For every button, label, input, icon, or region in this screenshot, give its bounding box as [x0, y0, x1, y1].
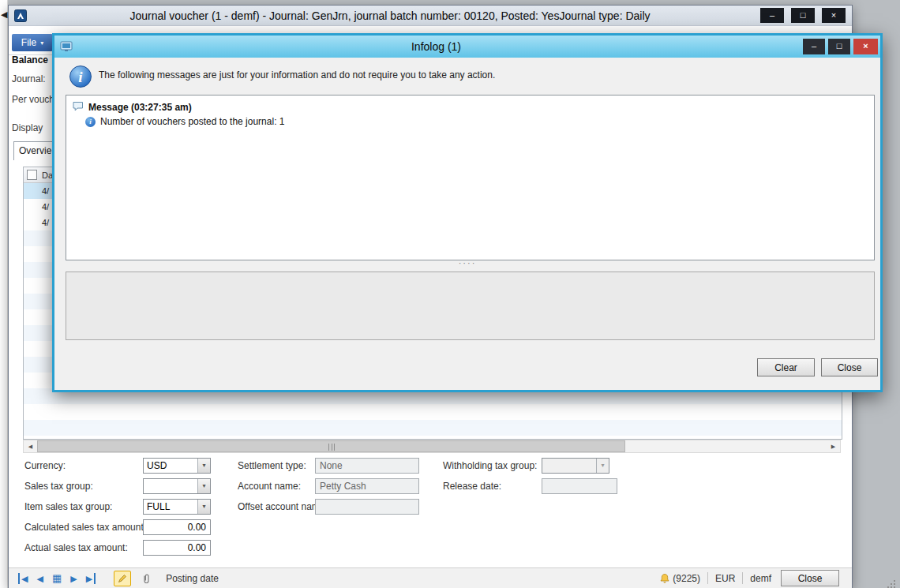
notification-count[interactable]: (9225)	[673, 573, 700, 584]
status-close-button[interactable]: Close	[781, 570, 839, 586]
release-date-label: Release date:	[443, 478, 501, 494]
status-currency[interactable]: EUR	[715, 573, 735, 584]
notification-bell-icon[interactable]	[659, 573, 670, 584]
message-header[interactable]: Message (03:27:35 am)	[88, 102, 192, 113]
next-record-icon[interactable]: ▶	[70, 573, 77, 584]
edit-pencil-icon[interactable]	[114, 571, 131, 586]
chevron-down-icon[interactable]: ▾	[197, 459, 210, 473]
chevron-down-icon[interactable]: ▾	[197, 479, 210, 493]
close-window-button[interactable]: ×	[822, 8, 846, 23]
offset-account-name-label: Offset account name:	[238, 499, 328, 515]
infolog-detail-panel	[66, 272, 875, 340]
grid-column-date[interactable]: Da	[42, 170, 53, 180]
app-icon	[14, 9, 27, 22]
sales-tax-group-combo[interactable]: ▾	[143, 478, 211, 494]
chevron-down-icon: ▾	[40, 39, 43, 47]
mini-info-icon: i	[85, 117, 96, 127]
attachment-icon[interactable]	[141, 573, 152, 584]
withholding-tax-group-label: Withholding tax group:	[443, 458, 537, 474]
grid-view-icon[interactable]: ▦	[52, 573, 62, 584]
per-voucher-label: Per vouch	[12, 94, 54, 105]
file-menu-button[interactable]: File ▾	[12, 34, 53, 51]
scroll-left-icon[interactable]: ◀	[24, 440, 37, 452]
scroll-right-icon[interactable]: ▶	[827, 440, 840, 452]
currency-combo[interactable]: USD ▾	[143, 458, 211, 474]
message-detail[interactable]: Number of vouchers posted to the journal…	[100, 116, 284, 127]
item-sales-tax-group-value: FULL	[144, 500, 197, 514]
calculated-sales-tax-field[interactable]: 0.00	[143, 519, 211, 535]
status-bar: ◀ ◀ ▦ ▶ ▶ Posting date (9225) EUR demf	[9, 567, 852, 588]
infolog-title: Infolog (1)	[73, 40, 800, 53]
info-icon: i	[69, 66, 92, 88]
splitter-grip-icon[interactable]: ····	[54, 259, 880, 268]
maximize-button[interactable]: □	[791, 8, 815, 23]
infolog-maximize-button[interactable]: □	[828, 39, 850, 54]
scrollbar-thumb[interactable]	[37, 440, 625, 452]
account-name-field[interactable]: Petty Cash	[315, 478, 419, 494]
actual-sales-tax-label: Actual sales tax amount:	[24, 540, 128, 556]
item-sales-tax-group-label: Item sales tax group:	[24, 499, 112, 515]
close-button[interactable]: Close	[821, 358, 878, 376]
infolog-message-list[interactable]: Message (03:27:35 am) i Number of vouche…	[66, 95, 875, 260]
statusbar-divider	[742, 572, 743, 584]
currency-value: USD	[144, 459, 197, 473]
item-sales-tax-group-combo[interactable]: FULL ▾	[143, 499, 211, 515]
infolog-close-button[interactable]: ×	[853, 39, 878, 54]
currency-label: Currency:	[24, 458, 66, 474]
withholding-tax-group-value	[542, 459, 596, 473]
withholding-tax-group-combo[interactable]: ▾	[542, 458, 609, 474]
infolog-dialog: Infolog (1) – □ × i The following messag…	[52, 33, 883, 392]
desktop: ◀ Journal voucher (1 - demf) - Journal: …	[0, 0, 900, 588]
select-all-checkbox[interactable]	[27, 170, 37, 180]
infolog-window-icon	[60, 41, 73, 52]
sales-tax-group-label: Sales tax group:	[24, 478, 93, 494]
minimize-button[interactable]: –	[760, 8, 784, 23]
resize-grip-icon[interactable]	[894, 580, 895, 582]
settlement-type-field[interactable]: None	[315, 458, 419, 474]
account-name-label: Account name:	[238, 478, 301, 494]
message-bubble-icon	[73, 101, 84, 114]
offset-account-name-field[interactable]	[315, 499, 419, 515]
file-menu-label: File	[21, 37, 36, 48]
infolog-titlebar[interactable]: Infolog (1) – □ ×	[54, 36, 880, 58]
first-record-icon[interactable]: ◀	[18, 573, 28, 584]
statusbar-divider	[707, 572, 708, 584]
window-titlebar[interactable]: Journal voucher (1 - demf) - Journal: Ge…	[9, 6, 852, 26]
calculated-sales-tax-label: Calculated sales tax amount:	[24, 519, 146, 535]
grid-cell-date: 4/	[42, 186, 49, 196]
status-company[interactable]: demf	[750, 573, 771, 584]
scroll-back-icon[interactable]: ◀	[1, 9, 7, 20]
status-posting-date: Posting date	[166, 573, 219, 584]
journal-label: Journal:	[12, 73, 46, 84]
clear-button[interactable]: Clear	[757, 358, 815, 376]
chevron-down-icon[interactable]: ▾	[596, 459, 609, 473]
settlement-type-label: Settlement type:	[238, 458, 306, 474]
grid-cell-date: 4/	[42, 218, 49, 227]
last-record-icon[interactable]: ▶	[86, 573, 96, 584]
left-edge-strip: ◀	[0, 0, 8, 588]
previous-record-icon[interactable]: ◀	[36, 573, 43, 584]
sales-tax-group-value	[144, 479, 197, 493]
actual-sales-tax-field[interactable]: 0.00	[143, 540, 211, 556]
horizontal-scrollbar[interactable]: ◀ ▶	[23, 440, 841, 453]
chevron-down-icon[interactable]: ▾	[197, 500, 210, 514]
infolog-intro-text: The following messages are just for your…	[99, 69, 495, 81]
window-title: Journal voucher (1 - demf) - Journal: Ge…	[27, 9, 753, 22]
grid-cell-date: 4/	[42, 202, 49, 212]
balance-label: Balance	[12, 54, 48, 66]
scrollbar-grip-icon	[328, 444, 335, 451]
release-date-field[interactable]	[542, 478, 617, 494]
display-label: Display	[12, 122, 43, 133]
infolog-body: i The following messages are just for yo…	[54, 58, 880, 390]
infolog-minimize-button[interactable]: –	[803, 39, 825, 54]
